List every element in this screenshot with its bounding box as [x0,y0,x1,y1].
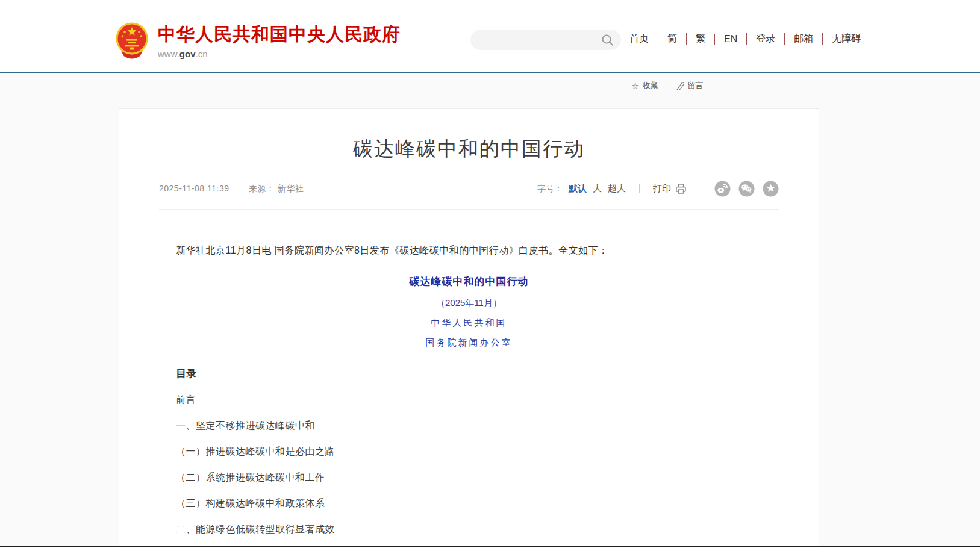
favorite-button[interactable]: ☆ 收藏 [631,80,658,91]
article-meta-left: 2025-11-08 11:39 来源： 新华社 [159,184,304,195]
nav-item[interactable]: 首页 [629,33,649,45]
url-www: www. [158,49,179,59]
article-body: 新华社北京11月8日电 国务院新闻办公室8日发布《碳达峰碳中和的中国行动》白皮书… [119,243,819,551]
toc-title: 目录 [176,367,762,381]
toc-list: 前言一、坚定不移推进碳达峰碳中和（一）推进碳达峰碳中和是必由之路（二）系统推进碳… [176,393,762,551]
document-org-line1: 中华人民共和国 [176,317,762,329]
site-brand[interactable]: 中华人民共和国中央人民政府 www.gov.cn [114,22,401,59]
divider [701,184,701,193]
top-nav: 首页简繁EN登录邮箱无障碍 [629,33,861,45]
url-cn: .cn [196,49,208,59]
article-meta-right: 字号： 默认大超大 打印 [537,181,779,197]
nav-item[interactable]: 繁 [686,33,705,45]
qzone-star-icon[interactable] [763,181,779,197]
pen-icon [676,81,684,90]
site-url: www.gov.cn [158,49,401,59]
document-org-line2: 国务院新闻办公室 [176,337,762,349]
site-header: 中华人民共和国中央人民政府 www.gov.cn 首页简繁EN登录邮箱无障碍 [0,0,980,73]
article-date: 2025-11-08 11:39 [159,184,229,193]
article-source: 新华社 [278,184,304,193]
site-title: 中华人民共和国中央人民政府 [158,22,401,47]
search-icon[interactable] [601,34,614,46]
document-title: 碳达峰碳中和的中国行动 [176,275,762,288]
page-actions: ☆ 收藏 留言 [631,80,703,91]
toc-item: 二、能源绿色低碳转型取得显著成效 [176,523,762,536]
share-icons [714,181,779,197]
toc-item: 前言 [176,393,762,406]
search-box [470,30,621,50]
toc-item: （三）构建碳达峰碳中和政策体系 [176,497,762,510]
font-size-label: 字号： [537,184,563,195]
nav-item[interactable]: 简 [658,33,677,45]
message-button[interactable]: 留言 [676,80,703,91]
nav-item[interactable]: 邮箱 [784,33,813,45]
font-size-option[interactable]: 大 [593,183,602,195]
document-date: （2025年11月） [176,297,762,309]
article-card: 碳达峰碳中和的中国行动 2025-11-08 11:39 来源： 新华社 字号：… [119,108,819,551]
search-input[interactable] [470,30,601,50]
brand-text: 中华人民共和国中央人民政府 www.gov.cn [158,22,401,59]
print-label: 打印 [653,183,671,195]
national-emblem-logo [114,22,149,59]
wechat-icon[interactable] [738,181,755,197]
toc-item: （二）系统推进碳达峰碳中和工作 [176,471,762,484]
printer-icon [675,183,687,195]
nav-item[interactable]: EN [714,34,737,45]
print-button[interactable]: 打印 [653,183,687,195]
font-size-option[interactable]: 超大 [608,183,626,195]
page: 中华人民共和国中央人民政府 www.gov.cn 首页简繁EN登录邮箱无障碍 ☆… [0,0,980,551]
star-outline-icon: ☆ [631,81,639,90]
divider [639,184,640,193]
page-background: ☆ 收藏 留言 碳达峰碳中和的中国行动 2025-11-08 11:39 来源：… [0,73,980,551]
message-label: 留言 [687,80,703,91]
source-label: 来源： [249,184,275,193]
toc-item: 一、坚定不移推进碳达峰碳中和 [176,419,762,432]
nav-item[interactable]: 无障碍 [822,33,861,45]
article-title: 碳达峰碳中和的中国行动 [119,135,819,163]
font-size-options: 默认大超大 [563,183,626,195]
url-gov: gov [179,49,196,59]
nav-item[interactable]: 登录 [746,33,775,45]
lead-paragraph: 新华社北京11月8日电 国务院新闻办公室8日发布《碳达峰碳中和的中国行动》白皮书… [176,243,762,258]
article-meta-row: 2025-11-08 11:39 来源： 新华社 字号： 默认大超大 打印 [159,181,779,210]
toc-item: （一）推进碳达峰碳中和是必由之路 [176,445,762,458]
weibo-icon[interactable] [714,181,731,197]
footer-strip [0,547,980,551]
favorite-label: 收藏 [642,80,658,91]
font-size-option[interactable]: 默认 [569,183,587,195]
